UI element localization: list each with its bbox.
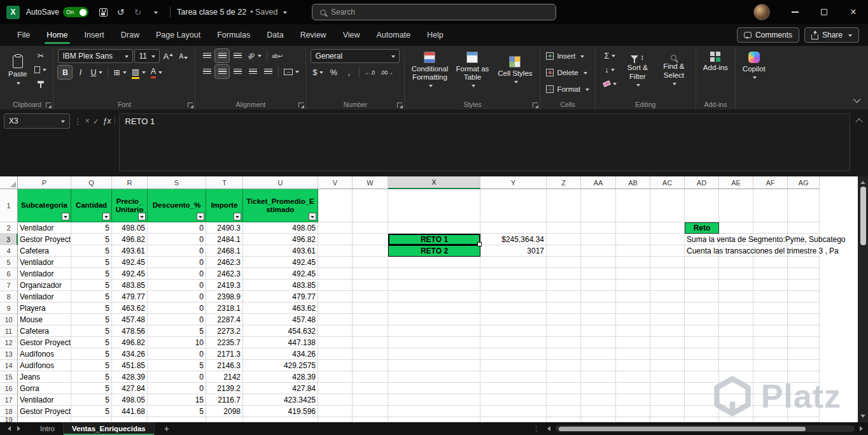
cell-Z19[interactable] bbox=[547, 417, 581, 422]
cell-S12[interactable]: 10 bbox=[148, 337, 206, 348]
cell-W9[interactable] bbox=[353, 303, 388, 314]
decrease-font-size-button[interactable]: A bbox=[176, 50, 190, 63]
sheet-tab-ventas_enriquecidas[interactable]: Ventas_Enriquecidas bbox=[64, 422, 155, 435]
cell-AF2[interactable] bbox=[753, 222, 788, 234]
find-select-button[interactable]: Find & Select bbox=[657, 52, 691, 87]
cell-X2[interactable] bbox=[388, 222, 480, 234]
cell-U16[interactable]: 427.84 bbox=[243, 383, 318, 394]
cell-R5[interactable]: 492.45 bbox=[112, 257, 148, 268]
cell-AB15[interactable] bbox=[616, 371, 650, 383]
cell-W4[interactable] bbox=[353, 245, 388, 257]
cell-AD7[interactable] bbox=[685, 280, 719, 291]
sheet-tab-intro[interactable]: Intro bbox=[32, 422, 64, 435]
row-header-12[interactable]: 12 bbox=[0, 337, 18, 348]
cell-X5[interactable] bbox=[388, 257, 480, 268]
cell-AC12[interactable] bbox=[650, 337, 685, 348]
row-header-7[interactable]: 7 bbox=[0, 280, 18, 291]
cell-AF17[interactable] bbox=[753, 394, 788, 406]
cell-AG15[interactable] bbox=[788, 371, 820, 383]
cell-AB12[interactable] bbox=[616, 337, 650, 348]
cell-AC2[interactable] bbox=[650, 222, 685, 234]
orientation-button[interactable]: ab bbox=[246, 49, 263, 62]
cell-T18[interactable]: 2098 bbox=[206, 406, 243, 417]
cell-T5[interactable]: 2462.3 bbox=[206, 257, 243, 268]
autosave-toggle[interactable]: On bbox=[63, 7, 88, 17]
middle-align-button[interactable] bbox=[215, 49, 229, 62]
cell-AC17[interactable] bbox=[650, 394, 685, 406]
excel-logo-icon[interactable]: X bbox=[6, 6, 20, 19]
cell-S4[interactable]: 0 bbox=[148, 245, 206, 257]
cell-U5[interactable]: 492.45 bbox=[243, 257, 318, 268]
dialog-launcher-icon[interactable] bbox=[46, 103, 51, 108]
column-header-AG[interactable]: AG bbox=[788, 176, 820, 189]
cell-U15[interactable]: 428.39 bbox=[243, 371, 318, 383]
cell-P5[interactable]: Ventilador bbox=[18, 257, 71, 268]
cell-Z16[interactable] bbox=[547, 383, 581, 394]
cell-W15[interactable] bbox=[353, 371, 388, 383]
cell-U4[interactable]: 493.61 bbox=[243, 245, 318, 257]
cell-AE1[interactable] bbox=[719, 189, 753, 222]
cell-R12[interactable]: 496.82 bbox=[112, 337, 148, 348]
cell-AD2[interactable]: Reto bbox=[685, 222, 719, 234]
cell-AG11[interactable] bbox=[788, 325, 820, 337]
name-box[interactable]: X3 bbox=[4, 113, 70, 129]
cell-U10[interactable]: 457.48 bbox=[243, 314, 318, 325]
minimize-button[interactable] bbox=[780, 0, 809, 24]
cell-V14[interactable] bbox=[318, 360, 353, 371]
cell-S14[interactable]: 5 bbox=[148, 360, 206, 371]
cell-R16[interactable]: 427.84 bbox=[112, 383, 148, 394]
cell-V13[interactable] bbox=[318, 348, 353, 360]
column-header-AB[interactable]: AB bbox=[616, 176, 650, 189]
cell-W19[interactable] bbox=[353, 417, 388, 422]
cell-S10[interactable]: 0 bbox=[148, 314, 206, 325]
dialog-launcher-icon[interactable] bbox=[397, 103, 402, 108]
cell-AE17[interactable] bbox=[719, 394, 753, 406]
cell-S1[interactable]: Descuento_% bbox=[148, 189, 206, 222]
scroll-down-icon[interactable] bbox=[860, 415, 865, 420]
cell-AF19[interactable] bbox=[753, 417, 788, 422]
cell-S17[interactable]: 15 bbox=[148, 394, 206, 406]
cell-W16[interactable] bbox=[353, 383, 388, 394]
cell-Q13[interactable]: 5 bbox=[71, 348, 112, 360]
cell-Y11[interactable] bbox=[480, 325, 547, 337]
cell-AD12[interactable] bbox=[685, 337, 719, 348]
new-sheet-button[interactable]: + bbox=[161, 423, 172, 434]
cell-AC18[interactable] bbox=[650, 406, 685, 417]
row-header-18[interactable]: 18 bbox=[0, 406, 18, 417]
cell-T8[interactable]: 2398.9 bbox=[206, 291, 243, 303]
clear-button[interactable] bbox=[601, 77, 619, 90]
cell-R15[interactable]: 428.39 bbox=[112, 371, 148, 383]
cell-W1[interactable] bbox=[353, 189, 388, 222]
dialog-launcher-icon[interactable] bbox=[188, 103, 193, 108]
row-header-17[interactable]: 17 bbox=[0, 394, 18, 406]
bottom-align-button[interactable] bbox=[230, 49, 244, 62]
sort-filter-button[interactable]: ↕ Sort & Filter bbox=[620, 51, 655, 89]
cell-T10[interactable]: 2287.4 bbox=[206, 314, 243, 325]
cell-V7[interactable] bbox=[318, 280, 353, 291]
cell-T16[interactable]: 2139.2 bbox=[206, 383, 243, 394]
cell-AG19[interactable] bbox=[788, 417, 820, 422]
cell-AD11[interactable] bbox=[685, 325, 719, 337]
cell-AG10[interactable] bbox=[788, 314, 820, 325]
cell-Y18[interactable] bbox=[480, 406, 547, 417]
cell-S2[interactable]: 0 bbox=[148, 222, 206, 234]
cell-V4[interactable] bbox=[318, 245, 353, 257]
cell-T19[interactable] bbox=[206, 417, 243, 422]
cell-V17[interactable] bbox=[318, 394, 353, 406]
row-header-9[interactable]: 9 bbox=[0, 303, 18, 314]
cell-AF5[interactable] bbox=[753, 257, 788, 268]
cell-T6[interactable]: 2462.3 bbox=[206, 268, 243, 280]
cell-W6[interactable] bbox=[353, 268, 388, 280]
cell-U8[interactable]: 479.77 bbox=[243, 291, 318, 303]
tab-draw[interactable]: Draw bbox=[113, 24, 148, 46]
cell-S18[interactable]: 5 bbox=[148, 406, 206, 417]
format-cells-button[interactable]: Format bbox=[545, 82, 590, 96]
filter-button[interactable] bbox=[138, 213, 146, 220]
cell-AD9[interactable] bbox=[685, 303, 719, 314]
tab-file[interactable]: File bbox=[9, 24, 38, 46]
row-header-14[interactable]: 14 bbox=[0, 360, 18, 371]
cell-AG6[interactable] bbox=[788, 268, 820, 280]
cell-AC13[interactable] bbox=[650, 348, 685, 360]
cell-AF18[interactable] bbox=[753, 406, 788, 417]
maximize-button[interactable] bbox=[809, 0, 839, 24]
